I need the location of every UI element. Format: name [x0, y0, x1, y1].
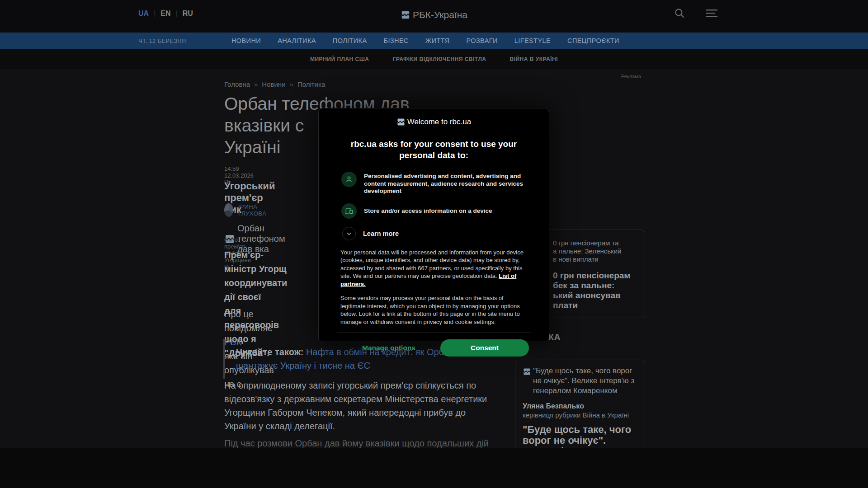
consent-paragraph-1: Your personal data will be processed and…: [340, 249, 527, 288]
author-avatar: [224, 203, 233, 217]
sidebar-card1-title: 0 грн пенсіонерам бек за пальне: ький ан…: [553, 271, 630, 310]
lang-ua[interactable]: UA: [138, 9, 149, 18]
topic-blackout-schedules[interactable]: ГРАФІКИ ВІДКЛЮЧЕННЯ СВІТЛА: [392, 49, 486, 69]
ad-label: Реклама: [621, 74, 641, 79]
devices-icon: [341, 203, 357, 219]
nav-item-spetsproekty[interactable]: СПЕЦПРОЄКТИ: [567, 33, 619, 49]
broken-image-icon: [396, 117, 406, 127]
consent-heading: rbc.ua asks for your consent to use your…: [345, 138, 523, 161]
breadcrumb-separator: »: [290, 80, 293, 88]
breadcrumb-politics[interactable]: Політика: [297, 80, 325, 88]
person-icon: [341, 172, 357, 187]
page-footer-strip: [0, 448, 868, 488]
sidebar-card1-alt-text: 0 грн пенсіонерам та а пальне: Зеленськи…: [553, 239, 621, 263]
site-header: UA | EN | RU РБК-Україна: [0, 0, 868, 33]
nav-item-biznes[interactable]: БІЗНЕС: [384, 33, 409, 49]
menu-icon[interactable]: [705, 7, 718, 19]
nav-item-zhyttia[interactable]: ЖИТТЯ: [425, 33, 450, 49]
article-paragraph: На оприлюдненому записі угорський прем'є…: [224, 379, 490, 433]
broken-image-icon: [401, 10, 410, 20]
read-also-label: Читайте також:: [236, 347, 306, 357]
author-link[interactable]: ІРИНА ГЛУХОВА: [238, 203, 271, 217]
topic-war-in-ukraine[interactable]: ВІЙНА В УКРАЇНІ: [509, 49, 558, 69]
sidebar-card2-alt-text: "Буде щось таке, чого ворог не очікує". …: [533, 366, 637, 396]
lang-en[interactable]: EN: [160, 9, 170, 18]
manage-options-button[interactable]: Manage options: [362, 344, 415, 352]
consent-purpose-storage: Store and/or access information on a dev…: [341, 203, 549, 219]
breadcrumb-news[interactable]: Новини: [262, 80, 285, 88]
sidebar-card2-author: Уляна Безпалько: [523, 402, 637, 410]
chevron-down-icon[interactable]: [342, 227, 356, 240]
topics-bar: МИРНИЙ ПЛАН США ГРАФІКИ ВІДКЛЮЧЕННЯ СВІТ…: [0, 49, 868, 69]
sidebar-section-heading: КА: [548, 332, 561, 343]
consent-welcome-row: Welcome to rbc.ua: [319, 117, 549, 127]
breadcrumb-separator: »: [254, 80, 258, 88]
consent-welcome-text: Welcome to rbc.ua: [407, 117, 471, 127]
sidebar-card2-image-broken: "Буде щось таке, чого ворог не очікує". …: [523, 366, 637, 396]
lang-ru[interactable]: RU: [183, 9, 193, 18]
sidebar-card2-author-role: керівниця рубрики Війна в Україні: [523, 411, 637, 419]
divider: |: [176, 9, 178, 18]
nav-item-novyny[interactable]: НОВИНИ: [231, 33, 261, 49]
topic-peace-plan[interactable]: МИРНИЙ ПЛАН США: [310, 49, 369, 69]
consent-paragraph-2: Some vendors may process your personal d…: [340, 294, 527, 326]
broken-image-icon: [523, 366, 531, 376]
author-row: ІРИНА ГЛУХОВА: [224, 203, 271, 217]
breadcrumb-home[interactable]: Головна: [224, 80, 250, 88]
nav-item-polityka[interactable]: ПОЛІТИКА: [333, 33, 367, 49]
nav-item-rozvahy[interactable]: РОЗВАГИ: [467, 33, 498, 49]
divider: [337, 333, 531, 333]
main-nav: ЧТ, 12 БЕРЕЗНЯ НОВИНИ АНАЛІТИКА ПОЛІТИКА…: [0, 33, 868, 49]
site-logo-alt-text: РБК-Україна: [413, 9, 467, 20]
nav-item-lifestyle[interactable]: LIFESTYLE: [514, 33, 551, 49]
nav-date: ЧТ, 12 БЕРЕЗНЯ: [138, 33, 186, 49]
consent-learn-more-row[interactable]: Learn more: [341, 227, 549, 240]
consent-purpose-advertising: Personalised advertising and content, ad…: [341, 172, 549, 195]
consent-dialog: Welcome to rbc.ua rbc.ua asks for your c…: [318, 108, 549, 342]
nav-item-analityka[interactable]: АНАЛІТИКА: [278, 33, 316, 49]
language-switcher: UA | EN | RU: [138, 9, 193, 18]
search-icon[interactable]: [674, 7, 685, 19]
divider: |: [154, 9, 156, 18]
consent-button[interactable]: Consent: [440, 339, 529, 357]
breadcrumb: Головна » Новини » Політика: [224, 80, 325, 88]
site-logo[interactable]: РБК-Україна: [401, 9, 467, 20]
consent-learn-more-label: Learn more: [363, 227, 399, 237]
